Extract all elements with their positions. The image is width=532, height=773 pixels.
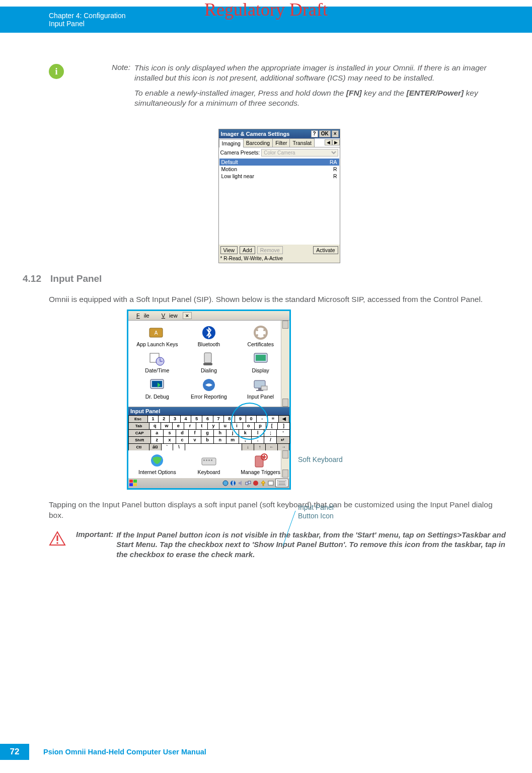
scrollbar-2[interactable]	[281, 450, 289, 478]
tray-volume-icon[interactable]	[237, 480, 244, 487]
warning-icon	[49, 531, 66, 548]
icon-dialing[interactable]: Dialing	[186, 351, 232, 374]
tab-barcoding[interactable]: Barcoding	[243, 138, 273, 147]
section-label: Input Panel	[49, 20, 532, 28]
svg-rect-20	[258, 388, 261, 390]
activate-button[interactable]: Activate	[313, 246, 338, 254]
svg-point-3	[255, 327, 267, 339]
list-item: Low light nearR	[219, 173, 339, 180]
svg-point-7	[263, 334, 265, 336]
icon-certificates[interactable]: Certificates	[238, 325, 283, 348]
menubar: File View ×	[128, 311, 289, 321]
tab-scroll[interactable]: ◀▶	[325, 139, 340, 145]
svg-rect-29	[255, 456, 263, 467]
icon-keyboard[interactable]: Keyboard	[186, 452, 232, 476]
icon-input-panel[interactable]: Input Panel	[238, 377, 283, 400]
svg-rect-33	[129, 480, 133, 483]
titlebar: Imager & Camera Settings ? OK ×	[219, 129, 340, 138]
screenshot-imager-settings: Imager & Camera Settings ? OK × Imaging …	[218, 129, 340, 263]
presets-row: Camera Presets: Color Camera	[219, 147, 340, 158]
tab-translate[interactable]: Translat	[289, 138, 315, 147]
info-icon: i	[49, 64, 64, 79]
remove-button[interactable]: Remove	[257, 246, 283, 254]
important-text: If the Input Panel button icon is not vi…	[113, 530, 509, 560]
menu-file[interactable]: File	[128, 312, 154, 320]
footer: 72 Psion Omnii Hand-Held Computer User M…	[0, 744, 206, 760]
input-panel-button-icon[interactable]	[275, 479, 288, 487]
screenshot-control-panel: File View × AApp Launch Keys Bluetooth C…	[127, 310, 291, 489]
presets-select[interactable]: Color Camera	[261, 149, 338, 157]
taskbar	[128, 478, 289, 488]
svg-text:A: A	[155, 330, 158, 336]
svg-rect-28	[211, 459, 212, 461]
note-block: i Note: This icon is only displayed when…	[49, 63, 509, 114]
svg-point-5	[263, 329, 265, 331]
menu-view[interactable]: View	[154, 312, 182, 320]
svg-rect-40	[248, 481, 251, 484]
svg-point-6	[256, 334, 258, 336]
tab-filter[interactable]: Filter	[272, 138, 290, 147]
icon-dr-debug[interactable]: Dr. Debug	[134, 377, 180, 400]
start-button[interactable]	[129, 480, 137, 487]
tray-bluetooth-icon[interactable]	[230, 480, 237, 487]
ok-button[interactable]: OK	[319, 130, 331, 137]
icon-grid-2: Internet Options Keyboard Manage Trigger…	[128, 450, 289, 478]
svg-rect-35	[129, 483, 133, 486]
svg-point-37	[223, 481, 228, 486]
watermark: Regulatory Draft	[0, 0, 532, 20]
preset-list[interactable]: DefaultRA MotionR Low light nearR	[219, 158, 340, 245]
important-block: Important: If the Input Panel button ico…	[49, 530, 509, 560]
list-item: DefaultRA	[219, 159, 339, 166]
callout-input-panel-button: Input PanelButton Icon	[298, 503, 334, 520]
help-button[interactable]: ?	[311, 130, 318, 137]
add-button[interactable]: Add	[240, 246, 255, 254]
system-tray	[222, 480, 274, 487]
svg-point-4	[256, 329, 258, 331]
tray-globe-icon[interactable]	[222, 480, 229, 487]
tray-neighbor-icon[interactable]	[245, 480, 252, 487]
footer-title: Psion Omnii Hand-Held Computer User Manu…	[43, 748, 206, 756]
svg-rect-27	[208, 459, 210, 461]
tray-power-icon[interactable]	[260, 480, 267, 487]
section-number: 4.12	[14, 273, 50, 284]
svg-rect-15	[256, 355, 266, 361]
icon-internet-options[interactable]: Internet Options	[134, 452, 180, 476]
svg-rect-39	[246, 482, 248, 485]
tray-warn-icon[interactable]	[252, 480, 259, 487]
tray-shell-icon[interactable]	[267, 480, 274, 487]
icon-datetime[interactable]: Date/Time	[134, 351, 180, 374]
note-label: Note:	[76, 63, 134, 72]
circle-highlight	[231, 403, 268, 440]
close-button[interactable]: ×	[183, 312, 192, 319]
svg-rect-22	[261, 386, 267, 390]
icon-error-reporting[interactable]: Error Reporting	[186, 377, 232, 400]
svg-rect-24	[202, 458, 216, 465]
section-title: Input Panel	[50, 273, 102, 284]
bottom-bar: View Add Remove Activate * R-Read, W-Wri…	[219, 245, 340, 263]
icon-app-launch-keys[interactable]: AApp Launch Keys	[134, 325, 180, 348]
svg-point-41	[253, 481, 258, 486]
screenshot-control-panel-wrap: File View × AApp Launch Keys Bluetooth C…	[127, 310, 424, 489]
svg-point-49	[56, 542, 58, 544]
svg-rect-26	[206, 459, 207, 461]
svg-rect-25	[203, 459, 205, 461]
paragraph-1: Omnii is equipped with a Soft Input Pane…	[49, 294, 509, 305]
section-heading: 4.12 Input Panel	[49, 273, 509, 284]
page-body: i Note: This icon is only displayed when…	[49, 48, 509, 559]
footnote: * R-Read, W-Write, A-Active	[220, 256, 338, 261]
svg-rect-36	[133, 483, 137, 486]
view-button[interactable]: View	[220, 246, 238, 254]
tab-imaging[interactable]: Imaging	[219, 139, 244, 147]
list-item: MotionR	[219, 166, 339, 173]
presets-label: Camera Presets:	[220, 149, 260, 156]
important-label: Important:	[76, 530, 113, 538]
tab-strip: Imaging Barcoding Filter Translat ◀▶	[219, 138, 340, 147]
icon-manage-triggers[interactable]: Manage Triggers	[238, 452, 283, 476]
icon-bluetooth[interactable]: Bluetooth	[186, 325, 232, 348]
svg-rect-42	[268, 481, 273, 485]
close-button[interactable]: ×	[332, 130, 339, 137]
icon-display[interactable]: Display	[238, 351, 283, 374]
svg-rect-17	[152, 381, 162, 387]
callout-soft-keyboard: Soft Keyboard	[298, 455, 343, 464]
icon-grid: AApp Launch Keys Bluetooth Certificates …	[128, 321, 289, 407]
